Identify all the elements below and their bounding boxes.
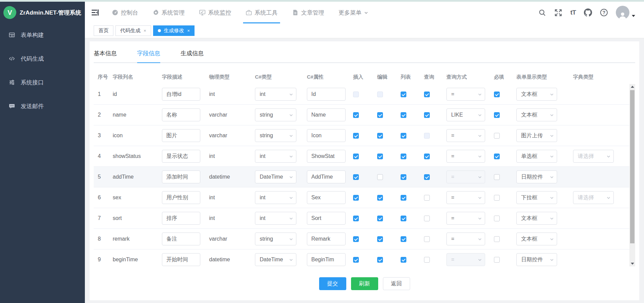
display-type-select[interactable]: 图片上传	[516, 129, 557, 142]
tab-basic-info[interactable]: 基本信息	[94, 49, 117, 62]
nav-item-system-tools[interactable]: 系统工具	[238, 2, 285, 23]
display-type-select[interactable]: 日期控件	[516, 253, 557, 266]
insert-checkbox[interactable]	[353, 236, 359, 242]
edit-checkbox[interactable]	[377, 112, 383, 118]
query-type-select[interactable]: =	[446, 129, 485, 142]
display-type-select[interactable]: 文本框	[516, 108, 557, 121]
cs-type-select[interactable]: string	[255, 233, 296, 245]
edit-checkbox[interactable]	[377, 195, 383, 201]
submit-button[interactable]: 提交	[319, 277, 346, 290]
field-desc-input[interactable]	[162, 233, 200, 245]
required-checkbox[interactable]	[494, 174, 500, 180]
tab-generate-info[interactable]: 生成信息	[181, 49, 204, 62]
close-icon[interactable]: ×	[187, 28, 190, 33]
query-type-select[interactable]: =	[446, 212, 485, 225]
list-checkbox[interactable]	[401, 154, 406, 159]
list-checkbox[interactable]	[401, 133, 406, 139]
tab-field-info[interactable]: 字段信息	[137, 49, 160, 62]
refresh-button[interactable]: 刷新	[351, 277, 378, 290]
query-checkbox[interactable]	[424, 236, 430, 242]
edit-checkbox[interactable]	[377, 154, 383, 159]
cs-type-select[interactable]: DateTime	[255, 253, 296, 266]
github-icon[interactable]	[584, 8, 592, 17]
cs-type-select[interactable]: int	[255, 88, 296, 101]
query-type-select[interactable]: LIKE	[446, 108, 485, 121]
insert-checkbox[interactable]	[353, 174, 359, 180]
field-desc-input[interactable]	[162, 170, 200, 183]
close-icon[interactable]: ×	[144, 28, 146, 33]
insert-checkbox[interactable]	[353, 216, 359, 221]
query-checkbox[interactable]	[424, 92, 430, 97]
cs-prop-input[interactable]	[307, 150, 346, 163]
required-checkbox[interactable]	[494, 92, 500, 97]
insert-checkbox[interactable]	[353, 195, 359, 201]
list-checkbox[interactable]	[401, 216, 406, 221]
nav-item-console[interactable]: 控制台	[105, 2, 145, 23]
field-desc-input[interactable]	[162, 191, 200, 204]
edit-checkbox[interactable]	[377, 174, 383, 180]
tag-generate-edit[interactable]: 生成修改 ×	[153, 25, 195, 36]
cs-type-select[interactable]: DateTime	[255, 170, 296, 183]
required-checkbox[interactable]	[494, 154, 500, 159]
query-checkbox[interactable]	[424, 257, 430, 263]
display-type-select[interactable]: 文本框	[516, 88, 557, 101]
cs-type-select[interactable]: int	[255, 150, 296, 163]
list-checkbox[interactable]	[401, 92, 406, 97]
insert-checkbox[interactable]	[353, 154, 359, 159]
query-type-select[interactable]: =	[446, 233, 485, 245]
query-type-select[interactable]: =	[446, 191, 485, 204]
sidebar-collapse-button[interactable]	[91, 8, 99, 17]
font-size-icon[interactable]: tT	[570, 9, 576, 16]
insert-checkbox[interactable]	[353, 112, 359, 118]
tag-home[interactable]: 首页	[94, 25, 113, 36]
dict-type-select[interactable]: 请选择	[573, 191, 614, 204]
cs-prop-input[interactable]	[307, 170, 346, 183]
sidebar-item-api[interactable]: 系统接口	[0, 73, 85, 92]
display-type-select[interactable]: 单选框	[516, 150, 557, 163]
sidebar-item-send-mail[interactable]: 发送邮件	[0, 97, 85, 116]
cs-type-select[interactable]: int	[255, 212, 296, 225]
nav-item-article-manage[interactable]: 文章管理	[285, 2, 331, 23]
scrollbar-thumb[interactable]	[630, 90, 634, 243]
query-checkbox[interactable]	[424, 154, 430, 159]
edit-checkbox[interactable]	[377, 257, 383, 263]
query-checkbox[interactable]	[424, 174, 430, 180]
sidebar-item-code-generate[interactable]: 代码生成	[0, 49, 85, 68]
field-desc-input[interactable]	[162, 108, 200, 121]
cs-type-select[interactable]: string	[255, 108, 296, 121]
help-icon[interactable]: ?	[600, 9, 608, 16]
edit-checkbox[interactable]	[377, 236, 383, 242]
list-checkbox[interactable]	[401, 257, 406, 263]
display-type-select[interactable]: 文本框	[516, 233, 557, 245]
cs-prop-input[interactable]	[307, 233, 346, 245]
nav-item-system-manage[interactable]: 系统管理	[145, 2, 192, 23]
query-checkbox[interactable]	[424, 195, 430, 201]
display-type-select[interactable]: 日期控件	[516, 170, 557, 183]
field-desc-input[interactable]	[162, 253, 200, 266]
required-checkbox[interactable]	[494, 195, 500, 201]
edit-checkbox[interactable]	[377, 216, 383, 221]
cs-type-select[interactable]: int	[255, 191, 296, 204]
cs-prop-input[interactable]	[307, 129, 346, 142]
tag-code-generate[interactable]: 代码生成 ×	[115, 25, 151, 36]
query-checkbox[interactable]	[424, 216, 430, 221]
list-checkbox[interactable]	[401, 236, 406, 242]
required-checkbox[interactable]	[494, 133, 500, 139]
display-type-select[interactable]: 文本框	[516, 212, 557, 225]
fullscreen-icon[interactable]	[554, 9, 562, 17]
field-desc-input[interactable]	[162, 150, 200, 163]
dict-type-select[interactable]: 请选择	[573, 150, 614, 163]
search-icon[interactable]	[538, 9, 546, 17]
cs-prop-input[interactable]	[307, 253, 346, 266]
cs-prop-input[interactable]	[307, 88, 346, 101]
list-checkbox[interactable]	[401, 174, 406, 180]
cs-prop-input[interactable]	[307, 108, 346, 121]
insert-checkbox[interactable]	[353, 257, 359, 263]
cs-prop-input[interactable]	[307, 191, 346, 204]
insert-checkbox[interactable]	[353, 133, 359, 139]
user-menu[interactable]	[616, 6, 635, 19]
required-checkbox[interactable]	[494, 216, 500, 221]
cs-prop-input[interactable]	[307, 212, 346, 225]
scroll-up-arrow[interactable]	[629, 84, 635, 89]
scroll-down-arrow[interactable]	[629, 261, 635, 266]
